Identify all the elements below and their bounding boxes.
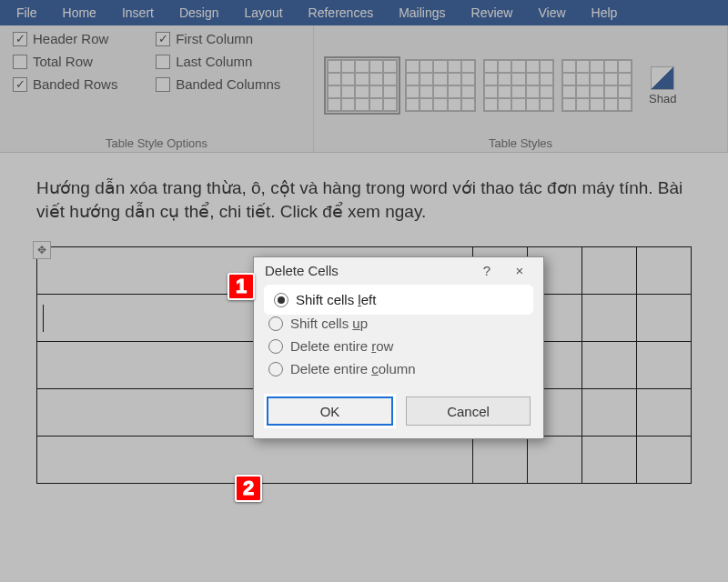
- radio-icon: [268, 339, 283, 354]
- radio-icon: [268, 316, 283, 331]
- radio-delete-entire-row[interactable]: Delete entire row: [267, 335, 531, 357]
- dialog-titlebar[interactable]: Delete Cells ? ×: [254, 257, 543, 284]
- radio-icon: [268, 362, 283, 376]
- radio-icon: [274, 293, 288, 307]
- radio-label: Shift cells left: [296, 292, 376, 307]
- radio-shift-cells-up[interactable]: Shift cells up: [267, 312, 531, 335]
- help-button[interactable]: ?: [470, 263, 503, 278]
- radio-label: Delete entire column: [290, 361, 416, 376]
- radio-label: Delete entire row: [290, 338, 393, 354]
- close-button[interactable]: ×: [503, 263, 536, 278]
- radio-label: Shift cells up: [290, 316, 368, 331]
- annotation-badge-2: 2: [235, 475, 262, 502]
- radio-shift-cells-left[interactable]: Shift cells left: [267, 287, 531, 312]
- dialog-title: Delete Cells: [265, 263, 470, 278]
- cancel-button[interactable]: Cancel: [406, 396, 531, 426]
- ok-button[interactable]: OK: [267, 396, 393, 426]
- delete-cells-dialog: Delete Cells ? × Shift cells left Shift …: [253, 256, 544, 439]
- radio-delete-entire-column[interactable]: Delete entire column: [267, 357, 531, 380]
- annotation-badge-1: 1: [228, 273, 255, 300]
